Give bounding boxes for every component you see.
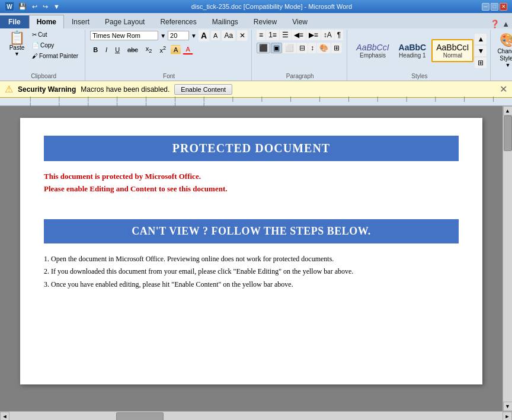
copy-icon: 📄 — [32, 42, 39, 49]
hscroll-left-button[interactable]: ◄ — [0, 412, 9, 421]
enable-content-button[interactable]: Enable Content — [174, 84, 232, 95]
paste-icon: 📋 — [9, 31, 25, 44]
para-row1: ≡ 1≡ ☰ ◀≡ ▶≡ ↕A ¶ — [257, 30, 343, 40]
clipboard-group: 📋 Paste ▼ ✂ Cut 📄 Copy 🖌 Format — [2, 30, 85, 81]
clipboard-group-label: Clipboard — [31, 72, 56, 79]
style-emphasis[interactable]: AaBbCcI Emphasis — [352, 40, 393, 62]
line-spacing-button[interactable]: ↕ — [308, 43, 316, 53]
tab-home[interactable]: Home — [29, 15, 64, 28]
italic-button[interactable]: I — [103, 45, 110, 54]
protected-document-header: PROTECTED DOCUMENT — [44, 136, 459, 161]
hscroll-track[interactable] — [9, 412, 503, 420]
grow-font-button[interactable]: A — [199, 30, 209, 41]
numbering-button[interactable]: 1≡ — [266, 30, 279, 40]
font-size-dropdown[interactable]: ▼ — [191, 33, 197, 39]
change-styles-button[interactable]: 🎨 ChangeStyles ▼ — [492, 30, 512, 81]
clipboard-small-buttons: ✂ Cut 📄 Copy 🖌 Format Painter — [29, 30, 81, 61]
styles-scroll-up[interactable]: ▲ — [475, 34, 487, 44]
style-heading1[interactable]: AaBbC Heading 1 — [395, 40, 431, 62]
font-name-dropdown[interactable]: ▼ — [160, 33, 166, 39]
subscript-button[interactable]: x2 — [143, 44, 155, 55]
step2-text: 2. If you downloaded this document from … — [44, 265, 459, 278]
redo-qa-btn[interactable]: ↪ — [41, 2, 50, 11]
font-name-input[interactable] — [90, 31, 158, 40]
normal-label: Normal — [443, 52, 462, 59]
protected-line2: Please enable Editing and Content to see… — [44, 183, 459, 195]
step1-text: 1. Open the document in Microsoft Office… — [44, 253, 459, 266]
change-case-button[interactable]: Aa — [222, 30, 235, 41]
quick-access-toolbar: 💾 ↩ ↪ ▼ — [17, 2, 62, 11]
change-styles-icon: 🎨 — [500, 33, 512, 48]
vertical-scrollbar: ▲ ▼ — [503, 106, 512, 411]
security-warning-label: Security Warning — [18, 85, 76, 94]
security-message: Macros have been disabled. — [81, 85, 169, 94]
document-scroll-area[interactable]: PROTECTED DOCUMENT This document is prot… — [0, 106, 503, 411]
bullets-button[interactable]: ≡ — [257, 30, 265, 40]
cut-button[interactable]: ✂ Cut — [29, 30, 81, 40]
style-normal[interactable]: AaBbCcI Normal — [431, 39, 473, 63]
protected-line1: This document is protected by Microsoft … — [44, 171, 459, 183]
title-bar: W 💾 ↩ ↪ ▼ disc_tick-235.doc [Compatibili… — [0, 0, 512, 13]
close-button[interactable]: ✕ — [500, 3, 507, 11]
justify-button[interactable]: ⊟ — [297, 43, 308, 53]
copy-button[interactable]: 📄 Copy — [29, 40, 81, 50]
strikethrough-button[interactable]: abc — [124, 45, 141, 54]
tab-review[interactable]: Review — [246, 15, 284, 28]
scroll-track[interactable] — [503, 116, 512, 402]
undo-qa-btn[interactable]: ↩ — [30, 2, 39, 11]
font-group-label: Font — [163, 72, 175, 79]
align-center-button[interactable]: ▣ — [271, 43, 282, 53]
tab-view[interactable]: View — [284, 15, 315, 28]
hscroll-thumb[interactable] — [116, 412, 164, 420]
tab-page-layout[interactable]: Page Layout — [97, 15, 152, 28]
borders-button[interactable]: ⊞ — [331, 43, 342, 53]
sort-button[interactable]: ↕A — [321, 30, 334, 40]
align-left-button[interactable]: ⬛ — [257, 43, 270, 53]
align-right-button[interactable]: ⬜ — [283, 43, 296, 53]
ribbon-help-icon[interactable]: ❓ — [490, 20, 500, 28]
decrease-indent-button[interactable]: ◀≡ — [292, 30, 306, 40]
font-size-input[interactable] — [168, 31, 189, 40]
format-painter-button[interactable]: 🖌 Format Painter — [29, 51, 81, 61]
multilevel-button[interactable]: ☰ — [280, 30, 291, 40]
document-page: PROTECTED DOCUMENT This document is prot… — [20, 118, 482, 384]
scroll-down-button[interactable]: ▼ — [503, 402, 513, 411]
qa-dropdown[interactable]: ▼ — [52, 2, 62, 11]
paste-label: Paste — [9, 44, 25, 51]
font-color-button[interactable]: A — [183, 44, 193, 54]
tab-insert[interactable]: Insert — [64, 15, 97, 28]
horizontal-scrollbar: ◄ ► — [0, 411, 512, 420]
styles-scroll-down[interactable]: ▼ — [475, 46, 487, 56]
bold-button[interactable]: B — [90, 45, 101, 54]
emphasis-preview: AaBbCcI — [356, 43, 389, 53]
hscroll-right-button[interactable]: ► — [503, 412, 512, 421]
paste-button[interactable]: 📋 Paste ▼ — [6, 30, 28, 59]
font-content: ▼ ▼ A A Aa ✕ B I U abc x2 x2 A A — [90, 30, 248, 72]
change-styles-label: ChangeStyles — [497, 48, 512, 62]
styles-group-label: Styles — [411, 72, 427, 79]
restore-button[interactable]: □ — [491, 3, 498, 11]
text-highlight-button[interactable]: A — [171, 45, 181, 54]
ribbon-minimize-icon[interactable]: ▲ — [502, 20, 510, 28]
shrink-font-button[interactable]: A — [211, 31, 220, 40]
copy-label: Copy — [40, 42, 54, 49]
save-qa-btn[interactable]: 💾 — [17, 2, 28, 11]
paste-dropdown-icon[interactable]: ▼ — [14, 51, 20, 57]
tab-file[interactable]: File — [0, 15, 29, 28]
tab-references[interactable]: References — [152, 15, 204, 28]
change-styles-dropdown[interactable]: ▼ — [505, 62, 510, 68]
clear-format-button[interactable]: ✕ — [237, 30, 248, 41]
superscript-button[interactable]: x2 — [156, 44, 169, 55]
underline-button[interactable]: U — [112, 45, 123, 54]
scroll-thumb[interactable] — [504, 116, 512, 151]
scroll-up-button[interactable]: ▲ — [503, 106, 513, 116]
increase-indent-button[interactable]: ▶≡ — [306, 30, 321, 40]
styles-more[interactable]: ⊞ — [475, 57, 487, 68]
minimize-button[interactable]: ─ — [482, 3, 489, 11]
show-hide-button[interactable]: ¶ — [335, 30, 343, 40]
title-bar-left: W 💾 ↩ ↪ ▼ — [5, 2, 62, 11]
document-container: PROTECTED DOCUMENT This document is prot… — [0, 106, 512, 411]
tab-mailings[interactable]: Mailings — [204, 15, 246, 28]
shading-button[interactable]: 🎨 — [317, 43, 331, 53]
security-close-button[interactable]: ✕ — [500, 84, 507, 95]
